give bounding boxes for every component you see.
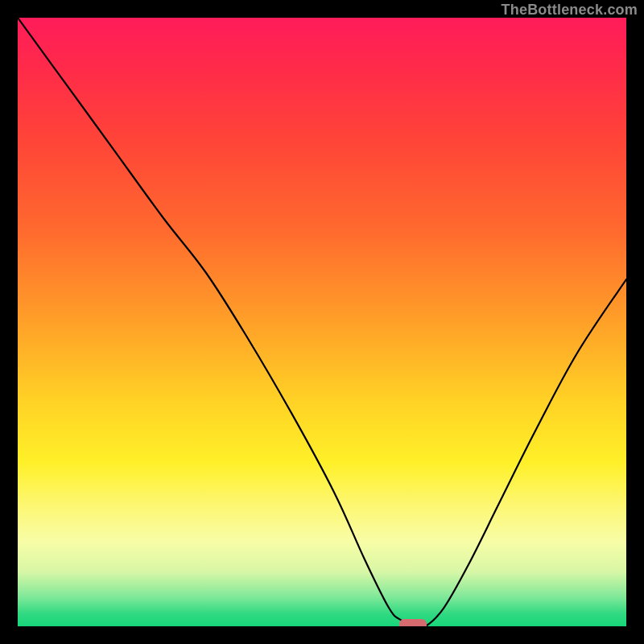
chart-stage: TheBottleneck.com bbox=[0, 0, 644, 644]
bottleneck-curve-path bbox=[18, 18, 626, 626]
plot-area bbox=[18, 18, 626, 626]
bottleneck-curve bbox=[18, 18, 626, 626]
optimal-marker bbox=[399, 619, 427, 626]
watermark-text: TheBottleneck.com bbox=[502, 2, 638, 19]
